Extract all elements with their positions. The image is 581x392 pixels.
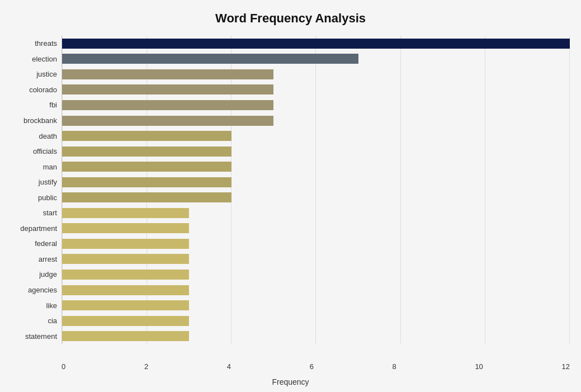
bar-cia xyxy=(62,316,189,326)
bar-row-like xyxy=(62,299,570,311)
bar-row-justify xyxy=(62,176,570,188)
y-label-public: public xyxy=(38,194,57,201)
x-tick-10: 10 xyxy=(475,362,483,371)
y-label-arrest: arrest xyxy=(39,256,57,263)
y-label-justice: justice xyxy=(36,70,57,78)
y-label-death: death xyxy=(39,133,57,140)
y-label-statement: statement xyxy=(25,333,57,340)
y-label-like: like xyxy=(46,302,57,309)
bar-row-officials xyxy=(62,145,570,158)
x-axis-label: Frequency xyxy=(0,377,581,386)
y-axis-labels: threatselectionjusticecoloradofbibrockba… xyxy=(11,36,62,344)
x-tick-8: 8 xyxy=(393,362,396,371)
bar-justice xyxy=(62,69,273,79)
bar-row-public xyxy=(62,191,570,204)
bar-death xyxy=(62,131,232,141)
bar-start xyxy=(62,208,189,218)
bar-row-election xyxy=(62,53,570,65)
bar-row-death xyxy=(62,130,570,142)
bar-department xyxy=(62,223,189,233)
bar-row-brockbank xyxy=(62,115,570,127)
bar-officials xyxy=(62,147,232,157)
x-tick-0: 0 xyxy=(62,362,65,371)
bar-row-justice xyxy=(62,68,570,81)
bar-agencies xyxy=(62,285,189,295)
bar-row-cia xyxy=(62,315,570,327)
x-tick-2: 2 xyxy=(144,362,148,371)
bar-brockbank xyxy=(62,116,273,126)
y-label-department: department xyxy=(20,225,57,232)
bar-colorado xyxy=(62,84,273,95)
y-label-justify: justify xyxy=(39,178,57,186)
y-label-start: start xyxy=(43,209,57,216)
y-label-officials: officials xyxy=(33,148,57,155)
bar-row-fbi xyxy=(62,99,570,111)
bar-row-statement xyxy=(62,330,570,342)
chart-title: Word Frequency Analysis xyxy=(11,11,570,26)
y-label-agencies: agencies xyxy=(28,286,57,294)
x-axis-ticks: 024681012 xyxy=(62,362,570,371)
y-label-federal: federal xyxy=(35,240,57,247)
bars-area xyxy=(62,36,570,344)
bar-threats xyxy=(62,39,570,49)
y-label-judge: judge xyxy=(39,271,57,278)
bar-row-arrest xyxy=(62,253,570,265)
bar-row-colorado xyxy=(62,83,570,96)
bar-statement xyxy=(62,331,189,341)
bar-row-department xyxy=(62,222,570,234)
x-tick-4: 4 xyxy=(227,362,231,371)
bar-man xyxy=(62,162,232,172)
bar-justify xyxy=(62,177,232,187)
bar-fbi xyxy=(62,100,273,110)
chart-container: Word Frequency Analysis threatselectionj… xyxy=(0,0,581,392)
bar-row-threats xyxy=(62,37,570,50)
x-tick-12: 12 xyxy=(561,362,569,371)
y-label-election: election xyxy=(32,55,57,63)
bar-row-start xyxy=(62,207,570,219)
bar-judge xyxy=(62,270,189,280)
y-label-threats: threats xyxy=(35,40,57,47)
bar-row-judge xyxy=(62,268,570,281)
bar-row-federal xyxy=(62,238,570,250)
bar-like xyxy=(62,300,189,310)
bar-federal xyxy=(62,239,189,249)
y-label-colorado: colorado xyxy=(29,86,57,93)
y-label-cia: cia xyxy=(48,317,57,324)
y-label-brockbank: brockbank xyxy=(23,117,57,124)
bar-row-man xyxy=(62,160,570,173)
bar-row-agencies xyxy=(62,284,570,296)
y-label-man: man xyxy=(43,163,57,171)
bar-public xyxy=(62,192,232,202)
y-label-fbi: fbi xyxy=(49,101,57,108)
bar-arrest xyxy=(62,254,189,264)
bars-wrapper xyxy=(62,36,570,344)
bar-election xyxy=(62,54,358,64)
x-tick-6: 6 xyxy=(310,362,314,371)
